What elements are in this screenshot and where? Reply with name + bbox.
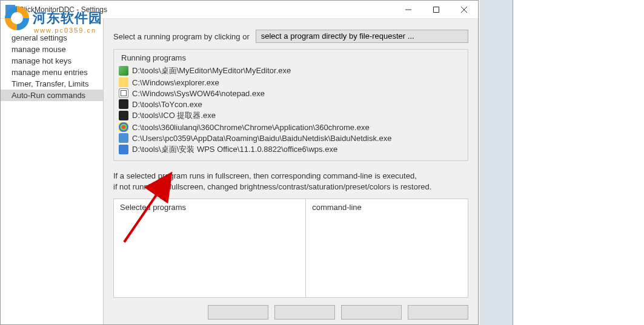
program-row[interactable]: D:\tools\ToYcon.exe — [119, 99, 463, 110]
app-icon — [5, 5, 15, 15]
program-path: D:\tools\桌面\安装 WPS Office\11.1.0.8822\of… — [132, 144, 337, 155]
info-line1: If a selected program runs in fullscreen… — [113, 171, 417, 180]
running-programs-list: D:\tools\桌面\MyEditor\MyEditor\MyEditor.e… — [119, 65, 463, 156]
close-button[interactable] — [450, 1, 478, 19]
minimize-button[interactable] — [394, 1, 422, 19]
program-path: C:\tools\360liulanqi\360Chrome\Chrome\Ap… — [132, 123, 370, 132]
program-row[interactable]: D:\tools\ICO 提取器.exe — [119, 110, 463, 122]
minimize-icon — [405, 7, 411, 13]
running-programs-group: Running programs D:\tools\桌面\MyEditor\My… — [113, 49, 468, 161]
program-icon — [119, 66, 128, 76]
main-panel: Select a running program by clicking or … — [104, 19, 478, 324]
close-icon — [461, 7, 467, 13]
program-icon — [119, 122, 128, 132]
sidebar-item-timer[interactable]: Timer, Transfer, Limits — [1, 78, 103, 90]
sidebar-item-general[interactable]: general settings — [1, 32, 103, 44]
info-line2: if not running in fullscreen, changed br… — [113, 182, 431, 191]
editor-gutter — [480, 0, 513, 325]
running-programs-legend: Running programs — [119, 53, 463, 62]
program-path: C:\Users\pc0359\AppData\Roaming\Baidu\Ba… — [132, 134, 392, 143]
col-command-line[interactable]: command-line — [306, 199, 468, 297]
sidebar-item-autorun[interactable]: Auto-Run commands — [1, 90, 103, 101]
program-icon — [119, 88, 128, 98]
col-selected-programs[interactable]: Selected programs — [114, 199, 306, 297]
maximize-button[interactable] — [422, 1, 450, 19]
program-row[interactable]: C:\Users\pc0359\AppData\Roaming\Baidu\Ba… — [119, 133, 463, 143]
program-icon — [119, 133, 128, 143]
program-path: D:\tools\ToYcon.exe — [132, 100, 202, 109]
settings-sidebar: general settings manage mouse manage hot… — [1, 19, 104, 324]
dialog-button-1[interactable] — [208, 305, 268, 320]
window-body: general settings manage mouse manage hot… — [1, 19, 478, 324]
sidebar-item-mouse[interactable]: manage mouse — [1, 44, 103, 55]
program-path: D:\tools\ICO 提取器.exe — [132, 110, 216, 121]
program-path: D:\tools\桌面\MyEditor\MyEditor\MyEditor.e… — [132, 65, 291, 76]
program-path: C:\Windows\SysWOW64\notepad.exe — [132, 89, 265, 98]
window-titlebar: ClickMonitorDDC - Settings — [1, 1, 478, 19]
program-row[interactable]: D:\tools\桌面\安装 WPS Office\11.1.0.8822\of… — [119, 143, 463, 156]
info-text: If a selected program runs in fullscreen… — [113, 171, 468, 192]
program-row[interactable]: C:\tools\360liulanqi\360Chrome\Chrome\Ap… — [119, 122, 463, 133]
program-path: C:\Windows\explorer.exe — [132, 78, 219, 87]
program-icon — [119, 111, 128, 120]
program-row[interactable]: D:\tools\桌面\MyEditor\MyEditor\MyEditor.e… — [119, 65, 463, 77]
selected-programs-table: Selected programs command-line — [113, 199, 468, 298]
select-program-label: Select a running program by clicking or — [113, 32, 250, 41]
dialog-button-3[interactable] — [341, 305, 402, 320]
svg-rect-1 — [434, 7, 439, 13]
dialog-buttons — [113, 298, 468, 320]
program-icon — [119, 77, 128, 87]
select-program-row: Select a running program by clicking or … — [113, 30, 468, 43]
file-requester-button[interactable]: select a program directly by file-reques… — [256, 30, 468, 43]
settings-window: ClickMonitorDDC - Settings general setti… — [0, 0, 479, 325]
window-controls — [394, 1, 478, 19]
dialog-button-4[interactable] — [408, 305, 468, 320]
window-title: ClickMonitorDDC - Settings — [19, 5, 107, 14]
sidebar-item-hotkeys[interactable]: manage hot keys — [1, 55, 103, 67]
sidebar-item-menu[interactable]: manage menu entries — [1, 67, 103, 78]
program-icon — [119, 145, 128, 154]
program-icon — [119, 99, 128, 109]
maximize-icon — [433, 7, 439, 13]
editor-blank — [514, 0, 644, 325]
program-row[interactable]: C:\Windows\SysWOW64\notepad.exe — [119, 88, 463, 99]
program-row[interactable]: C:\Windows\explorer.exe — [119, 77, 463, 88]
dialog-button-2[interactable] — [274, 305, 335, 320]
